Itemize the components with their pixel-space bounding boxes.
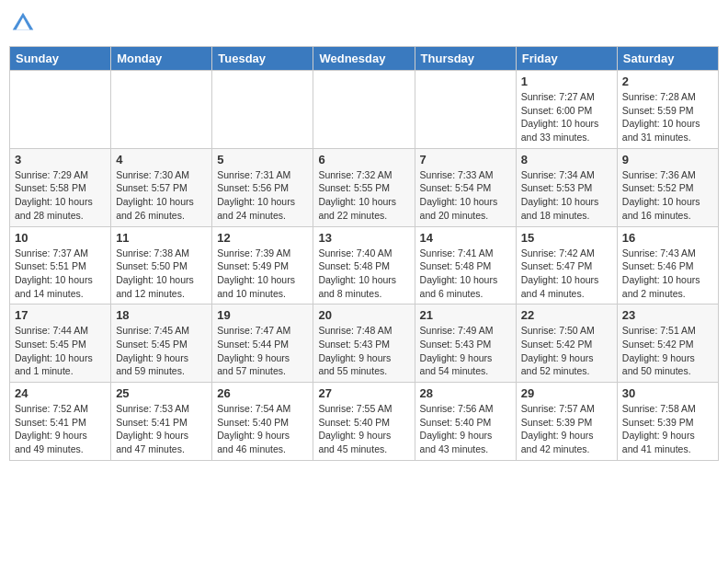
day-number: 1 [521, 75, 612, 88]
day-number: 3 [15, 153, 106, 167]
calendar-cell: 7Sunrise: 7:33 AM Sunset: 5:54 PM Daylig… [415, 148, 516, 226]
day-number: 30 [622, 386, 713, 400]
day-number: 29 [521, 386, 612, 400]
day-number: 25 [116, 386, 207, 400]
day-info: Sunrise: 7:52 AM Sunset: 5:41 PM Dayligh… [15, 403, 88, 454]
day-number: 7 [420, 153, 511, 167]
day-info: Sunrise: 7:36 AM Sunset: 5:52 PM Dayligh… [622, 169, 700, 221]
day-number: 12 [217, 231, 308, 245]
col-header-monday: Monday [111, 47, 212, 71]
week-row-0: 1Sunrise: 7:27 AM Sunset: 6:00 PM Daylig… [10, 71, 719, 149]
calendar-cell: 15Sunrise: 7:42 AM Sunset: 5:47 PM Dayli… [516, 226, 617, 304]
day-info: Sunrise: 7:40 AM Sunset: 5:48 PM Dayligh… [318, 247, 396, 299]
calendar-cell: 3Sunrise: 7:29 AM Sunset: 5:58 PM Daylig… [10, 148, 111, 226]
day-number: 5 [217, 153, 308, 167]
day-info: Sunrise: 7:42 AM Sunset: 5:47 PM Dayligh… [521, 247, 599, 299]
calendar-cell: 20Sunrise: 7:48 AM Sunset: 5:43 PM Dayli… [313, 304, 415, 383]
calendar-cell: 30Sunrise: 7:58 AM Sunset: 5:39 PM Dayli… [617, 383, 718, 461]
calendar-cell: 4Sunrise: 7:30 AM Sunset: 5:57 PM Daylig… [111, 148, 212, 226]
day-info: Sunrise: 7:49 AM Sunset: 5:43 PM Dayligh… [420, 325, 494, 376]
day-number: 21 [420, 308, 511, 322]
calendar-cell: 16Sunrise: 7:43 AM Sunset: 5:46 PM Dayli… [617, 226, 718, 304]
calendar-cell [212, 71, 313, 149]
day-number: 28 [420, 386, 511, 400]
day-info: Sunrise: 7:37 AM Sunset: 5:51 PM Dayligh… [15, 247, 93, 299]
calendar-cell: 17Sunrise: 7:44 AM Sunset: 5:45 PM Dayli… [10, 304, 111, 383]
calendar-cell: 24Sunrise: 7:52 AM Sunset: 5:41 PM Dayli… [10, 383, 111, 461]
day-info: Sunrise: 7:44 AM Sunset: 5:45 PM Dayligh… [15, 325, 93, 376]
week-row-1: 3Sunrise: 7:29 AM Sunset: 5:58 PM Daylig… [10, 148, 719, 226]
day-number: 19 [217, 308, 308, 322]
week-row-2: 10Sunrise: 7:37 AM Sunset: 5:51 PM Dayli… [10, 226, 719, 304]
calendar-cell: 12Sunrise: 7:39 AM Sunset: 5:49 PM Dayli… [212, 226, 313, 304]
day-number: 6 [318, 153, 409, 167]
day-number: 11 [116, 231, 207, 245]
calendar-cell [10, 71, 111, 149]
calendar-cell: 19Sunrise: 7:47 AM Sunset: 5:44 PM Dayli… [212, 304, 313, 383]
day-info: Sunrise: 7:54 AM Sunset: 5:40 PM Dayligh… [217, 403, 290, 454]
day-number: 20 [318, 308, 409, 322]
calendar-cell: 27Sunrise: 7:55 AM Sunset: 5:40 PM Dayli… [313, 383, 415, 461]
day-info: Sunrise: 7:57 AM Sunset: 5:39 PM Dayligh… [521, 403, 595, 454]
calendar-cell: 13Sunrise: 7:40 AM Sunset: 5:48 PM Dayli… [313, 226, 415, 304]
day-info: Sunrise: 7:32 AM Sunset: 5:55 PM Dayligh… [318, 169, 396, 221]
day-info: Sunrise: 7:48 AM Sunset: 5:43 PM Dayligh… [318, 325, 392, 376]
calendar-cell: 21Sunrise: 7:49 AM Sunset: 5:43 PM Dayli… [415, 304, 516, 383]
week-row-3: 17Sunrise: 7:44 AM Sunset: 5:45 PM Dayli… [10, 304, 719, 383]
calendar-cell: 9Sunrise: 7:36 AM Sunset: 5:52 PM Daylig… [617, 148, 718, 226]
day-info: Sunrise: 7:58 AM Sunset: 5:39 PM Dayligh… [622, 403, 696, 454]
day-number: 18 [116, 308, 207, 322]
day-number: 24 [15, 386, 106, 400]
day-number: 26 [217, 386, 308, 400]
day-info: Sunrise: 7:28 AM Sunset: 5:59 PM Dayligh… [622, 91, 700, 143]
calendar-cell [111, 71, 212, 149]
col-header-saturday: Saturday [617, 47, 718, 71]
calendar-cell: 8Sunrise: 7:34 AM Sunset: 5:53 PM Daylig… [516, 148, 617, 226]
logo [9, 9, 40, 37]
calendar-cell [313, 71, 415, 149]
day-number: 14 [420, 231, 511, 245]
calendar-cell: 1Sunrise: 7:27 AM Sunset: 6:00 PM Daylig… [516, 71, 617, 149]
col-header-friday: Friday [516, 47, 617, 71]
page-header [9, 9, 719, 37]
day-number: 22 [521, 308, 612, 322]
logo-icon [9, 9, 37, 37]
week-row-4: 24Sunrise: 7:52 AM Sunset: 5:41 PM Dayli… [10, 383, 719, 461]
col-header-sunday: Sunday [10, 47, 111, 71]
day-info: Sunrise: 7:50 AM Sunset: 5:42 PM Dayligh… [521, 325, 595, 376]
calendar-cell: 29Sunrise: 7:57 AM Sunset: 5:39 PM Dayli… [516, 383, 617, 461]
calendar-table: SundayMondayTuesdayWednesdayThursdayFrid… [9, 46, 719, 461]
day-info: Sunrise: 7:33 AM Sunset: 5:54 PM Dayligh… [420, 169, 498, 221]
calendar-cell: 2Sunrise: 7:28 AM Sunset: 5:59 PM Daylig… [617, 71, 718, 149]
col-header-thursday: Thursday [415, 47, 516, 71]
calendar-cell: 14Sunrise: 7:41 AM Sunset: 5:48 PM Dayli… [415, 226, 516, 304]
day-info: Sunrise: 7:43 AM Sunset: 5:46 PM Dayligh… [622, 247, 700, 299]
calendar-cell: 22Sunrise: 7:50 AM Sunset: 5:42 PM Dayli… [516, 304, 617, 383]
calendar-cell [415, 71, 516, 149]
col-header-tuesday: Tuesday [212, 47, 313, 71]
day-info: Sunrise: 7:39 AM Sunset: 5:49 PM Dayligh… [217, 247, 295, 299]
day-number: 2 [622, 75, 713, 88]
calendar-cell: 25Sunrise: 7:53 AM Sunset: 5:41 PM Dayli… [111, 383, 212, 461]
day-number: 27 [318, 386, 409, 400]
day-number: 4 [116, 153, 207, 167]
day-number: 8 [521, 153, 612, 167]
day-number: 15 [521, 231, 612, 245]
day-number: 17 [15, 308, 106, 322]
calendar-cell: 10Sunrise: 7:37 AM Sunset: 5:51 PM Dayli… [10, 226, 111, 304]
day-info: Sunrise: 7:53 AM Sunset: 5:41 PM Dayligh… [116, 403, 189, 454]
calendar-cell: 5Sunrise: 7:31 AM Sunset: 5:56 PM Daylig… [212, 148, 313, 226]
day-info: Sunrise: 7:51 AM Sunset: 5:42 PM Dayligh… [622, 325, 696, 376]
day-info: Sunrise: 7:27 AM Sunset: 6:00 PM Dayligh… [521, 91, 599, 143]
day-info: Sunrise: 7:31 AM Sunset: 5:56 PM Dayligh… [217, 169, 295, 221]
day-number: 9 [622, 153, 713, 167]
day-number: 23 [622, 308, 713, 322]
calendar-cell: 18Sunrise: 7:45 AM Sunset: 5:45 PM Dayli… [111, 304, 212, 383]
day-info: Sunrise: 7:55 AM Sunset: 5:40 PM Dayligh… [318, 403, 392, 454]
day-info: Sunrise: 7:30 AM Sunset: 5:57 PM Dayligh… [116, 169, 194, 221]
day-info: Sunrise: 7:34 AM Sunset: 5:53 PM Dayligh… [521, 169, 599, 221]
col-header-wednesday: Wednesday [313, 47, 415, 71]
day-number: 16 [622, 231, 713, 245]
day-info: Sunrise: 7:29 AM Sunset: 5:58 PM Dayligh… [15, 169, 93, 221]
calendar-cell: 26Sunrise: 7:54 AM Sunset: 5:40 PM Dayli… [212, 383, 313, 461]
